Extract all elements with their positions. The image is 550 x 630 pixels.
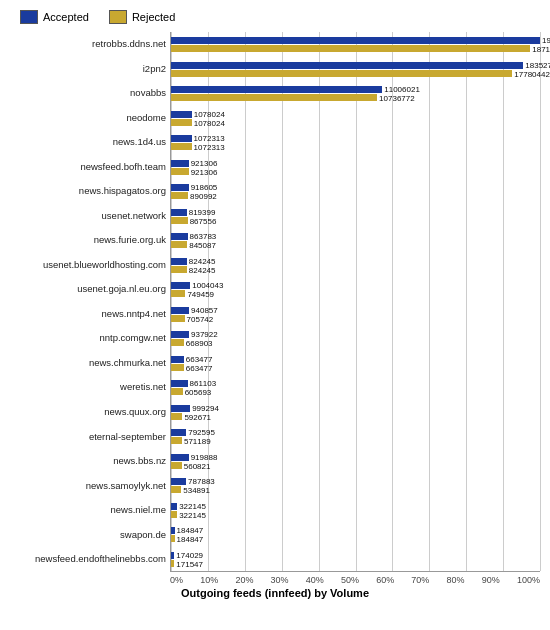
y-label: usenet.network	[10, 211, 170, 221]
bar-row: 184847184847	[171, 526, 540, 542]
bar-label-rejected: 184847	[177, 535, 204, 544]
bar-accepted	[171, 209, 187, 216]
bar-label-accepted: 940857	[191, 306, 218, 315]
bar-label-rejected: 571189	[184, 437, 211, 446]
x-axis-label: 0%	[170, 575, 183, 585]
y-label: news.furie.org.uk	[10, 235, 170, 245]
bar-label-rejected: 10736772	[379, 94, 415, 103]
bar-rejected	[171, 437, 182, 444]
x-axis-label: 100%	[517, 575, 540, 585]
bar-rejected	[171, 535, 175, 542]
accepted-label: Accepted	[43, 11, 89, 23]
bar-label-rejected: 1072313	[194, 143, 225, 152]
bar-label-rejected: 592671	[184, 413, 211, 422]
bar-rejected	[171, 511, 177, 518]
bar-accepted	[171, 111, 192, 118]
bar-row: 10723131072313	[171, 134, 540, 150]
bar-rejected	[171, 462, 182, 469]
bar-label-rejected: 921306	[191, 168, 218, 177]
bar-label-rejected: 605693	[185, 388, 212, 397]
bar-accepted	[171, 527, 175, 534]
bar-rejected	[171, 192, 188, 199]
legend: Accepted Rejected	[10, 10, 540, 24]
bar-accepted	[171, 62, 523, 69]
bar-rejected	[171, 70, 512, 77]
bar-accepted	[171, 135, 192, 142]
y-label: newsfeed.endofthelinebbs.com	[10, 554, 170, 564]
y-label: neodome	[10, 113, 170, 123]
bar-accepted	[171, 503, 177, 510]
bar-row: 787883534891	[171, 477, 540, 493]
bar-label-rejected: 18716652	[532, 45, 550, 54]
bar-accepted	[171, 160, 189, 167]
legend-rejected: Rejected	[109, 10, 175, 24]
bar-label-accepted: 1004043	[192, 281, 223, 290]
bar-label-accepted: 1078024	[194, 110, 225, 119]
x-axis-label: 30%	[271, 575, 289, 585]
bar-rejected	[171, 143, 192, 150]
y-label: newsfeed.bofh.team	[10, 162, 170, 172]
bar-label-accepted: 861103	[190, 379, 217, 388]
x-axis-label: 60%	[376, 575, 394, 585]
bar-label-accepted: 999294	[192, 404, 219, 413]
y-label: swapon.de	[10, 530, 170, 540]
x-axis-labels: 0%10%20%30%40%50%60%70%80%90%100%	[10, 572, 540, 585]
bar-row: 861103605693	[171, 379, 540, 395]
bar-label-accepted: 792595	[188, 428, 215, 437]
bar-accepted	[171, 380, 188, 387]
bar-row: 1100602110736772	[171, 85, 540, 101]
bar-row: 1922330118716652	[171, 36, 540, 52]
bar-label-accepted: 1072313	[194, 134, 225, 143]
bar-rejected	[171, 339, 184, 346]
bar-label-accepted: 322145	[179, 502, 206, 511]
bar-row: 1004043749459	[171, 281, 540, 297]
bar-label-accepted: 11006021	[384, 85, 420, 94]
bar-row: 919888560821	[171, 453, 540, 469]
bar-rejected	[171, 217, 188, 224]
y-label: eternal-september	[10, 432, 170, 442]
bar-label-rejected: 322145	[179, 511, 206, 520]
bar-label-accepted: 174029	[176, 551, 203, 560]
y-label: retrobbs.ddns.net	[10, 39, 170, 49]
bar-label-rejected: 867556	[190, 217, 217, 226]
bar-rejected	[171, 241, 187, 248]
bar-label-rejected: 705742	[187, 315, 214, 324]
bar-rejected	[171, 413, 182, 420]
y-label: weretis.net	[10, 382, 170, 392]
bar-accepted	[171, 429, 186, 436]
bar-label-accepted: 18352725	[525, 61, 550, 70]
bar-rejected	[171, 119, 192, 126]
bar-row: 999294592671	[171, 404, 540, 420]
bar-accepted	[171, 86, 382, 93]
y-label: news.nntp4.net	[10, 309, 170, 319]
bar-label-rejected: 824245	[189, 266, 216, 275]
y-label: usenet.goja.nl.eu.org	[10, 284, 170, 294]
bar-label-rejected: 560821	[184, 462, 211, 471]
bar-row: 937922668903	[171, 330, 540, 346]
legend-accepted: Accepted	[20, 10, 89, 24]
bar-rejected	[171, 315, 185, 322]
bar-accepted	[171, 331, 189, 338]
bar-accepted	[171, 233, 188, 240]
bar-rejected	[171, 290, 185, 297]
bar-row: 792595571189	[171, 428, 540, 444]
grid-line	[540, 32, 541, 571]
bar-row: 921306921306	[171, 159, 540, 175]
bar-rejected	[171, 364, 184, 371]
bar-row: 824245824245	[171, 257, 540, 273]
bar-label-rejected: 1078024	[194, 119, 225, 128]
y-label: news.bbs.nz	[10, 456, 170, 466]
bar-row: 819399867556	[171, 208, 540, 224]
x-axis-label: 70%	[411, 575, 429, 585]
bar-rejected	[171, 266, 187, 273]
bar-label-accepted: 937922	[191, 330, 218, 339]
bar-label-rejected: 749459	[187, 290, 214, 299]
bar-rejected	[171, 94, 377, 101]
bar-accepted	[171, 282, 190, 289]
bar-label-accepted: 663477	[186, 355, 213, 364]
bar-row: 940857705742	[171, 306, 540, 322]
bar-row: 10780241078024	[171, 110, 540, 126]
y-label: i2pn2	[10, 64, 170, 74]
bar-label-accepted: 184847	[177, 526, 204, 535]
y-axis-labels: retrobbs.ddns.neti2pn2novabbsneodomenews…	[10, 32, 170, 572]
